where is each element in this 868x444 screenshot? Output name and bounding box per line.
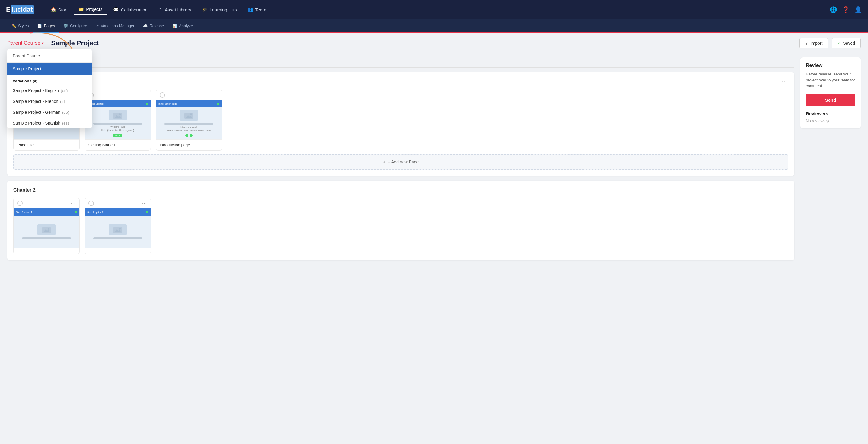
user-icon[interactable]: 👤: [855, 6, 862, 13]
nav-start[interactable]: 🏠 Start: [46, 4, 73, 15]
review-title: Review: [806, 63, 855, 68]
page-card-menu-4[interactable]: ···: [71, 200, 76, 206]
page-thumb-5: Step 2 option 2: [85, 209, 151, 248]
thumb-line-3: [93, 123, 142, 125]
thumb-image-5: [108, 224, 127, 235]
subnav-analyze[interactable]: 📊 Analyze: [168, 19, 197, 33]
variations-manager-icon: ↗: [96, 24, 99, 28]
help-icon[interactable]: ❓: [842, 6, 849, 13]
send-button[interactable]: Send: [806, 94, 855, 106]
plus-icon: +: [383, 160, 385, 164]
import-button[interactable]: ↙ Import: [800, 38, 829, 48]
page-card-step2-2[interactable]: ··· Step 2 option 2: [85, 198, 151, 254]
logo[interactable]: Elucidat: [6, 5, 34, 14]
dropdown-variations-header: Variations (4): [7, 75, 92, 85]
nav-asset-library[interactable]: 🗂 Asset Library: [154, 5, 196, 15]
view-toggle: ⊞ Grid ≡ List: [7, 57, 794, 68]
check-icon: ✓: [838, 41, 841, 45]
svg-point-12: [48, 228, 50, 229]
page-card-header-4: ···: [13, 198, 80, 209]
add-page-button[interactable]: + + Add new Page: [13, 154, 788, 170]
subnav-configure[interactable]: ⚙️ Configure: [59, 19, 91, 33]
nav-team[interactable]: 👥 Team: [243, 4, 271, 15]
chapter-2-pages-grid: ··· Step 2 option 1: [13, 198, 788, 254]
right-panel: Review Before release, send your project…: [800, 57, 861, 265]
breadcrumb-actions: ↙ Import ✓ Saved: [800, 38, 861, 48]
thumb-line-4: [164, 123, 213, 125]
subnav-release[interactable]: ☁️ Release: [138, 19, 168, 33]
page-select-3[interactable]: [160, 92, 165, 98]
page-card-menu-5[interactable]: ···: [142, 200, 147, 206]
thumb-topbar-2: Getting Started: [85, 100, 151, 107]
dropdown-item-sample-project[interactable]: Sample Project: [7, 63, 92, 75]
team-icon: 👥: [247, 7, 253, 12]
page-thumb-2: Getting Started Welcome Page Hello, {lea…: [85, 100, 151, 139]
projects-icon: 📁: [79, 7, 84, 12]
thumb-text-2: Welcome Page: [111, 126, 125, 128]
thumb-dot-green2: [189, 134, 192, 137]
reviewers-empty: No reviews yet: [806, 119, 855, 123]
page-card-step2-1[interactable]: ··· Step 2 option 1: [13, 198, 80, 254]
review-description: Before release, send your project over t…: [806, 71, 855, 89]
content-area: ⊞ Grid ≡ List ··· ···: [7, 57, 794, 265]
review-panel: Review Before release, send your project…: [800, 57, 861, 128]
dropdown-container: Parent Course ▾ Parent Course Sample Pro…: [7, 40, 44, 46]
page-card-header-2: ···: [85, 90, 151, 100]
thumb-subtext-2: Hello, {learner.input.learner_name}: [101, 129, 134, 131]
pages-icon: 📄: [37, 24, 42, 28]
page-card-header-5: ···: [85, 198, 151, 209]
nav-collaboration[interactable]: 💬 Collaboration: [108, 4, 152, 15]
globe-icon[interactable]: 🌐: [830, 6, 837, 13]
home-icon: 🏠: [51, 7, 56, 12]
nav-learning-hub[interactable]: 🎓 Learning Hub: [197, 4, 242, 15]
thumb-text-3: Introduce yourself: [181, 126, 197, 128]
learning-hub-icon: 🎓: [202, 7, 208, 12]
nav-projects[interactable]: 📁 Projects: [74, 4, 107, 15]
page-select-4[interactable]: [17, 200, 23, 206]
subnav-variations-manager[interactable]: ↗ Variations Manager: [91, 19, 139, 33]
chapter-1-menu[interactable]: ···: [782, 78, 788, 85]
chapter-2-menu[interactable]: ···: [782, 187, 788, 193]
dropdown-header: Parent Course: [7, 49, 92, 63]
thumb-image-2: [108, 110, 127, 120]
subnav-styles[interactable]: ✏️ Styles: [7, 19, 33, 33]
thumb-dot-green: [185, 134, 188, 137]
page-card-menu-3[interactable]: ···: [213, 92, 218, 98]
sub-nav: ✏️ Styles 📄 Pages ⚙️ Configure ↗ Variati…: [0, 19, 868, 33]
asset-library-icon: 🗂: [158, 7, 163, 12]
import-icon: ↙: [805, 41, 809, 45]
subnav-pages[interactable]: 📄 Pages: [33, 19, 59, 33]
thumb-topbar-5: Step 2 option 2: [85, 209, 151, 216]
chapter-block-2: Chapter 2 ··· ··· Step 2 option 1: [7, 181, 794, 260]
page-card-title-3: Introduction page: [156, 139, 222, 150]
thumb-line-6: [93, 237, 142, 239]
svg-point-15: [119, 228, 121, 229]
thumb-badge-2: tap to: [113, 134, 122, 137]
dropdown-variation-de[interactable]: Sample Project - German (de): [7, 107, 92, 118]
styles-icon: ✏️: [11, 24, 16, 28]
dropdown-variation-es[interactable]: Sample Project - Spanish (es): [7, 118, 92, 128]
page-card-header-3: ···: [156, 90, 222, 100]
breadcrumb-separator: [47, 40, 48, 46]
dropdown-variation-fr[interactable]: Sample Project - French (fr): [7, 96, 92, 107]
chapter-2-header: Chapter 2 ···: [13, 187, 788, 193]
page-select-5[interactable]: [88, 200, 94, 206]
breadcrumb-parent[interactable]: Parent Course ▾: [7, 40, 44, 46]
chevron-down-icon: ▾: [42, 41, 44, 45]
thumb-image-4: [37, 224, 56, 235]
page-card-menu-2[interactable]: ···: [142, 92, 147, 98]
nav-items: 🏠 Start 📁 Projects 💬 Collaboration 🗂 Ass…: [46, 4, 830, 15]
chapter-2-title: Chapter 2: [13, 187, 36, 193]
svg-point-6: [119, 114, 121, 115]
saved-button[interactable]: ✓ Saved: [832, 38, 861, 48]
page-card-getting-started[interactable]: ··· Getting Started: [85, 90, 151, 151]
page-card-title-5: [85, 248, 151, 254]
dropdown-menu: Parent Course Sample Project Variations …: [7, 49, 92, 128]
configure-icon: ⚙️: [63, 24, 68, 28]
breadcrumb-current: Sample Project: [51, 39, 99, 47]
main-content: ⊞ Grid ≡ List ··· ···: [0, 51, 868, 271]
page-card-introduction[interactable]: ··· Introduction page: [156, 90, 222, 151]
logo-e: E: [6, 6, 10, 13]
chapter-1-pages-grid: ··· Page title: [13, 90, 788, 151]
dropdown-variation-en[interactable]: Sample Project - English (en): [7, 85, 92, 96]
